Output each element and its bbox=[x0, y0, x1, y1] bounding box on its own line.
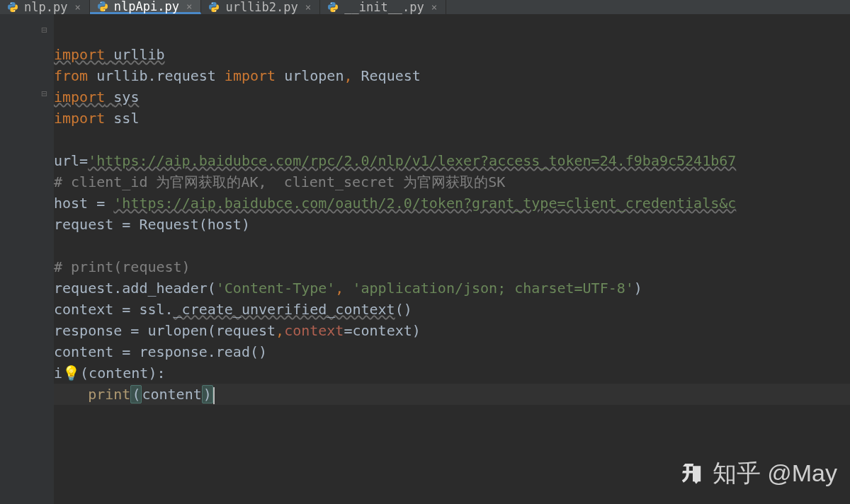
zhihu-icon bbox=[677, 459, 706, 488]
editor: ⊟ ⊟ import urllib from urllib.request im… bbox=[0, 14, 850, 504]
code-line: import sys bbox=[54, 88, 139, 105]
code-line: context = ssl._create_unverified_context… bbox=[54, 301, 412, 318]
code-line: from urllib.request import urlopen, Requ… bbox=[54, 67, 421, 84]
tab-label: urllib2.py bbox=[225, 0, 298, 14]
fold-icon[interactable]: ⊟ bbox=[41, 88, 47, 99]
watermark: 知乎 @May bbox=[677, 457, 837, 490]
tab-bar: nlp.py × nlpApi.py × urllib2.py × __init… bbox=[0, 0, 850, 14]
code-line: url='https://aip.baidubce.com/rpc/2.0/nl… bbox=[54, 152, 736, 169]
close-icon[interactable]: × bbox=[430, 1, 438, 13]
close-icon[interactable]: × bbox=[304, 1, 312, 13]
python-icon bbox=[7, 1, 18, 13]
close-icon[interactable]: × bbox=[185, 1, 193, 12]
code-line: # print(request) bbox=[54, 258, 191, 275]
code-line: import urllib bbox=[54, 46, 165, 63]
svg-point-3 bbox=[104, 9, 105, 10]
watermark-text: 知乎 @May bbox=[713, 457, 837, 490]
caret bbox=[213, 387, 215, 404]
python-icon bbox=[327, 1, 339, 13]
tab-label: nlpApi.py bbox=[114, 0, 179, 13]
tab-nlpapi[interactable]: nlpApi.py × bbox=[90, 0, 202, 14]
code-line bbox=[54, 131, 62, 148]
tab-init[interactable]: __init__.py × bbox=[320, 0, 446, 14]
python-icon bbox=[208, 1, 220, 13]
code-line: print(content) bbox=[54, 384, 850, 405]
gutter[interactable]: ⊟ ⊟ bbox=[0, 14, 54, 504]
code-line: response = urlopen(request,context=conte… bbox=[54, 322, 421, 339]
code-line: host = 'https://aip.baidubce.com/oauth/2… bbox=[54, 195, 736, 212]
python-icon bbox=[97, 1, 108, 12]
close-icon[interactable]: × bbox=[73, 1, 81, 13]
code-line: # client_id 为官网获取的AK, client_secret 为官网获… bbox=[54, 173, 505, 190]
code-line: request.add_header('Content-Type', 'appl… bbox=[54, 280, 642, 297]
svg-point-5 bbox=[215, 11, 216, 11]
svg-point-6 bbox=[331, 3, 332, 4]
tab-nlp[interactable]: nlp.py × bbox=[0, 0, 90, 14]
tab-label: nlp.py bbox=[24, 0, 67, 14]
svg-point-4 bbox=[212, 3, 212, 4]
tab-urllib2[interactable]: urllib2.py × bbox=[201, 0, 320, 14]
intention-bulb-icon[interactable]: 💡 bbox=[62, 365, 80, 382]
svg-point-2 bbox=[101, 1, 101, 2]
fold-icon[interactable]: ⊟ bbox=[41, 24, 47, 35]
code-line: request = Request(host) bbox=[54, 216, 250, 233]
code-line bbox=[54, 237, 62, 254]
svg-point-1 bbox=[14, 11, 15, 11]
code-line: i💡(content): bbox=[54, 365, 165, 382]
code-line: import ssl bbox=[54, 110, 139, 127]
svg-point-0 bbox=[11, 3, 11, 4]
code-area[interactable]: import urllib from urllib.request import… bbox=[54, 14, 850, 504]
svg-point-7 bbox=[334, 11, 335, 11]
tab-label: __init__.py bbox=[344, 0, 424, 14]
code-line: content = response.read() bbox=[54, 343, 267, 360]
